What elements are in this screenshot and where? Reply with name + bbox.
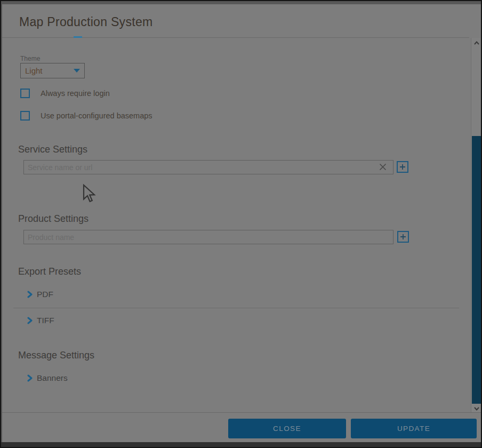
message-banners[interactable]: Banners — [27, 373, 68, 383]
clear-service-input-icon[interactable] — [379, 163, 387, 171]
export-preset-tiff-label: TIFF — [37, 316, 54, 325]
dialog-footer: CLOSE UPDATE — [2, 412, 481, 442]
theme-select-value: Light — [25, 66, 74, 75]
plus-icon — [399, 164, 406, 170]
section-heading-service-settings: Service Settings — [18, 144, 87, 155]
export-preset-pdf-label: PDF — [37, 290, 53, 299]
page-title: Map Production System — [19, 15, 152, 29]
export-preset-pdf[interactable]: PDF — [27, 290, 53, 299]
checkbox-portal-basemaps-label: Use portal-configured basemaps — [41, 111, 152, 120]
row-divider — [13, 308, 459, 308]
chevron-right-icon — [27, 374, 33, 382]
mouse-cursor — [82, 184, 96, 203]
plus-icon — [400, 234, 406, 240]
checkbox-always-require-login-label: Always require login — [41, 89, 110, 98]
service-name-input[interactable] — [23, 160, 393, 174]
export-preset-tiff[interactable]: TIFF — [27, 316, 54, 325]
scrolled-element-sliver — [74, 36, 82, 38]
page-background-strip — [1, 442, 481, 447]
theme-select[interactable]: Light — [20, 63, 85, 78]
message-banners-label: Banners — [37, 373, 68, 383]
section-heading-export-presets: Export Presets — [18, 266, 81, 277]
section-heading-product-settings: Product Settings — [18, 213, 89, 225]
checkbox-portal-basemaps[interactable] — [20, 111, 30, 121]
add-product-button[interactable] — [397, 231, 409, 243]
map-production-system-dialog: Map Production System Theme Light Always… — [2, 4, 481, 442]
update-button[interactable]: UPDATE — [351, 419, 477, 438]
scrollbar-track[interactable] — [471, 38, 481, 413]
chevron-right-icon — [27, 291, 33, 298]
chevron-down-icon — [474, 407, 479, 411]
chevron-right-icon — [27, 317, 33, 324]
scroll-up-button[interactable] — [471, 38, 481, 47]
theme-label: Theme — [20, 55, 40, 62]
product-name-input[interactable] — [23, 230, 393, 244]
section-heading-message-settings: Message Settings — [18, 350, 94, 361]
chevron-up-icon — [474, 41, 479, 45]
close-button[interactable]: CLOSE — [228, 419, 346, 438]
header-divider — [2, 37, 469, 38]
add-service-button[interactable] — [397, 161, 408, 173]
checkbox-always-require-login[interactable] — [20, 89, 30, 98]
scrollbar-thumb[interactable] — [472, 136, 481, 404]
caret-down-icon — [74, 69, 80, 73]
screen: Map Production System Theme Light Always… — [0, 0, 482, 448]
